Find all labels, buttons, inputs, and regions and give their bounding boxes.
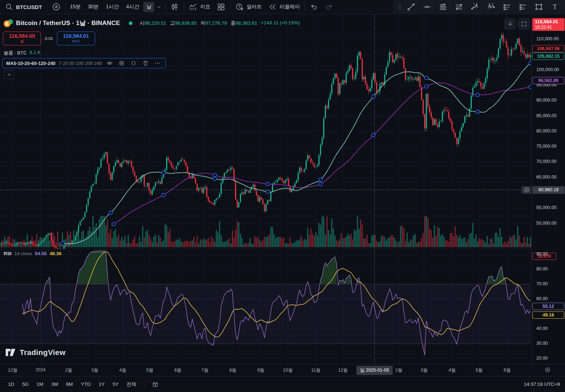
sell-button[interactable]: 116,584.00 셀 [3, 32, 41, 45]
trash-icon[interactable] [141, 59, 150, 67]
chart-title[interactable]: Bitcoin / TetherUS · 1날 · BINANCE [16, 19, 120, 27]
range-button-5D[interactable]: 5D [19, 379, 31, 389]
goto-date-button[interactable] [149, 379, 161, 390]
xabcd-pattern-icon[interactable]: AC [483, 1, 499, 13]
tradingview-app: BTCUSDT 15분30분1시간4시간날 지표 [0, 0, 565, 392]
time-axis[interactable]: 일 2025-01-05 12월20242월3월4월5월6월7월8월9월10월1… [0, 364, 565, 376]
drag-handle-icon[interactable] [396, 4, 403, 10]
range-button-6M[interactable]: 6M [63, 379, 76, 389]
collapse-legend-button[interactable] [4, 70, 14, 79]
range-button-1M[interactable]: 1M [34, 379, 46, 389]
range-button-1Y[interactable]: 1Y [96, 379, 108, 389]
rsi-legend-title: RSI [4, 251, 12, 256]
time-tick: 6월 [504, 367, 511, 373]
time-tick: 2월 [395, 367, 402, 373]
range-button-YTD[interactable]: YTD [78, 379, 94, 389]
rsi-ma-value-label: 49.16 [532, 311, 564, 319]
divider [230, 3, 230, 11]
axis-settings-icon[interactable] [544, 367, 551, 373]
time-tick: 9월 [257, 367, 264, 373]
buy-button[interactable]: 116,584.01 바이 [57, 32, 95, 45]
time-tick: 4월 [119, 367, 126, 373]
interval-button-30분[interactable]: 30분 [85, 2, 102, 12]
more-options-icon[interactable] [153, 59, 162, 67]
scroll-to-latest-button[interactable] [504, 18, 516, 30]
time-tick: 11월 [311, 367, 320, 373]
range-button-3M[interactable]: 3M [48, 379, 61, 389]
forecast-tool-icon[interactable] [515, 1, 531, 13]
rsi-ma-value: 48.36 [50, 251, 62, 256]
svg-text:A: A [489, 3, 491, 5]
indicators-label: 지표 [200, 4, 210, 10]
maximize-pane-button[interactable] [518, 18, 530, 30]
rsi-indicator-legend[interactable]: RSI 14 close 54.55 48.36 [4, 251, 61, 256]
redo-button[interactable] [322, 1, 337, 12]
trade-widget: 116,584.00 셀 0.01 116,584.01 바이 [3, 32, 95, 45]
alert-clock-icon [235, 3, 244, 11]
chart-style-button[interactable] [167, 1, 182, 12]
crosshair-add-alert-button[interactable] [521, 186, 532, 194]
interval-button-4시간[interactable]: 4시간 [123, 2, 142, 12]
price-tick: 100,000.00 [536, 67, 559, 72]
price-tick: 80,000.00 [536, 128, 557, 134]
alert-label: 얼러트 [246, 4, 262, 10]
time-tick: 12월 [338, 367, 348, 373]
parallel-channel-icon[interactable] [451, 1, 467, 13]
range-button-전체[interactable]: 전체 [124, 379, 139, 390]
fib-retracement-icon[interactable] [435, 1, 451, 13]
replay-button[interactable]: 리플레이 [265, 1, 303, 12]
time-tick: 2024 [36, 367, 46, 372]
divider [165, 3, 165, 11]
interval-button-날[interactable]: 날 [143, 2, 154, 12]
time-tick: 8월 [229, 367, 236, 373]
replay-rewind-icon [268, 3, 277, 11]
time-tick: 4월 [449, 367, 455, 373]
rsi-value: 54.55 [35, 251, 47, 256]
layout-grid-icon [217, 3, 225, 11]
session-clock[interactable]: 14:37:18 UTC+9 [524, 381, 560, 387]
symbol-search-button[interactable]: BTCUSDT [1, 1, 45, 12]
elliott-wave-icon[interactable]: 15 [467, 1, 483, 13]
range-button-5Y[interactable]: 5Y [110, 379, 122, 389]
volume-legend[interactable]: 볼륨 · BTC 8.1 K [4, 50, 41, 56]
price-tick: 75,000.00 [536, 144, 557, 149]
text-tool-icon[interactable]: T [547, 1, 563, 13]
price-axis[interactable]: 116,584.01 18:22:41 60,960.19 10.57K 110… [531, 14, 565, 364]
time-tick: 6월 [174, 367, 181, 373]
settings-gear-icon[interactable] [117, 59, 126, 67]
add-symbol-button[interactable] [49, 1, 64, 12]
time-tick: 5월 [146, 367, 153, 373]
current-price-label: 116,584.01 18:22:41 [532, 18, 565, 31]
divider [47, 3, 47, 11]
svg-text:T: T [553, 3, 557, 11]
drawing-toolbar: 15ACT [393, 0, 565, 14]
symbol-name: BTCUSDT [16, 4, 42, 10]
indicators-button[interactable]: 지표 [185, 1, 213, 12]
ma-price-label: 96,562.89 [532, 77, 564, 84]
horizontal-line-icon[interactable] [419, 1, 435, 13]
svg-text:5: 5 [476, 3, 478, 5]
search-icon [5, 3, 13, 11]
interval-button-1시간[interactable]: 1시간 [103, 2, 122, 12]
price-tick: 70,000.00 [536, 159, 557, 164]
tradingview-logo[interactable]: TradingView [5, 347, 66, 358]
alert-button[interactable]: 얼러트 [232, 1, 265, 12]
pane-buttons [504, 18, 530, 30]
undo-button[interactable] [306, 1, 322, 12]
undo-icon [310, 3, 318, 11]
rectangle-tool-icon[interactable] [531, 1, 547, 13]
rsi-legend-params: 14 close [15, 251, 32, 256]
layout-templates-button[interactable] [213, 1, 229, 12]
trend-line-icon[interactable] [403, 1, 419, 13]
rsi-tick: 90.00 [536, 252, 548, 257]
time-tick: 3월 [91, 367, 98, 373]
interval-button-15분[interactable]: 15분 [67, 2, 84, 12]
range-button-1D[interactable]: 1D [5, 379, 17, 389]
ma-indicator-legend[interactable]: MA5-10-20-60-120-240 7 20 50 100 200 240 [2, 58, 166, 68]
rsi-tick: 40.00 [536, 326, 548, 331]
source-code-braces-icon[interactable] [129, 59, 138, 67]
position-tool-icon[interactable] [499, 1, 515, 13]
time-tick: 3월 [421, 367, 427, 373]
interval-dropdown-button[interactable] [154, 1, 164, 12]
eye-icon[interactable] [105, 59, 114, 67]
